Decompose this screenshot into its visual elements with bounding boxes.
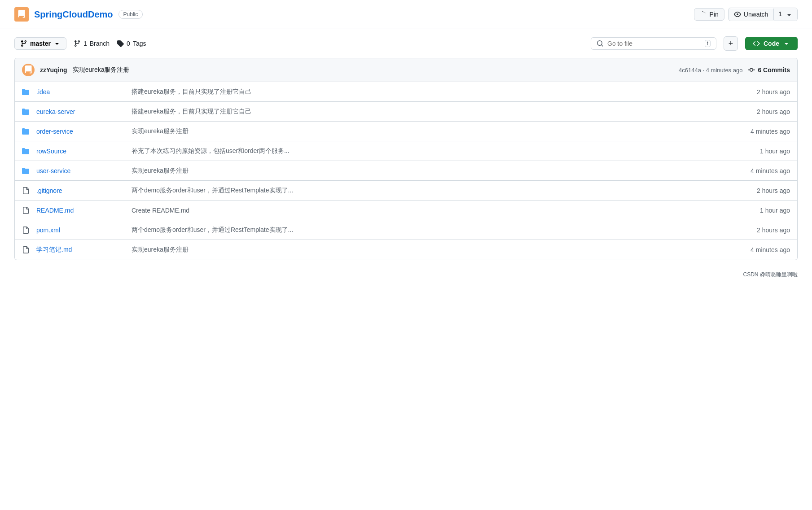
commits-count: 6 Commits	[758, 66, 790, 74]
commit-hash: 4c6144a · 4 minutes ago	[679, 67, 742, 74]
header: SpringCloudDemo Public Pin Unwatch 1	[0, 0, 812, 29]
file-rows: .idea 搭建eureka服务，目前只实现了注册它自己 2 hours ago…	[15, 82, 797, 260]
table-row: .idea 搭建eureka服务，目前只实现了注册它自己 2 hours ago	[15, 82, 797, 102]
add-icon: +	[729, 39, 733, 48]
commit-avatar	[22, 64, 35, 76]
search-shortcut: t	[705, 40, 711, 47]
file-icon	[22, 246, 31, 253]
search-box[interactable]: t	[591, 37, 716, 50]
folder-icon	[22, 88, 31, 96]
file-table: zzYuqing 实现eureka服务注册 4c6144a · 4 minute…	[14, 58, 798, 260]
folder-icon	[22, 128, 31, 135]
unwatch-label: Unwatch	[744, 11, 768, 18]
branch-count: 1	[83, 40, 87, 47]
branch-info[interactable]: 1 Branch	[74, 40, 110, 47]
commit-username[interactable]: zzYuqing	[40, 66, 67, 74]
pin-label: Pin	[710, 11, 719, 18]
file-name[interactable]: 学习笔记.md	[36, 246, 126, 254]
red-arrow	[794, 58, 798, 75]
file-commit-msg: 搭建eureka服务，目前只实现了注册它自己	[132, 108, 731, 116]
table-row: 学习笔记.md 实现eureka服务注册 4 minutes ago	[15, 240, 797, 260]
file-commit-msg: 实现eureka服务注册	[132, 127, 731, 135]
file-time: 4 minutes ago	[736, 246, 790, 253]
file-time: 1 hour ago	[736, 207, 790, 214]
file-name[interactable]: rowSource	[36, 148, 126, 155]
file-name[interactable]: eureka-server	[36, 108, 126, 115]
folder-icon	[22, 148, 31, 155]
table-row: README.md Create README.md 1 hour ago	[15, 201, 797, 220]
file-time: 2 hours ago	[736, 108, 790, 115]
footer-text: CSDN @晴恶睡里啊啦	[743, 271, 798, 278]
file-name[interactable]: order-service	[36, 128, 126, 135]
add-button[interactable]: +	[724, 36, 738, 51]
file-commit-msg: 搭建eureka服务，目前只实现了注册它自己	[132, 88, 731, 96]
file-time: 2 hours ago	[736, 88, 790, 96]
unwatch-count-value: 1	[778, 10, 782, 17]
commits-link-container: 6 Commits	[748, 66, 790, 74]
header-left: SpringCloudDemo Public	[14, 7, 143, 22]
file-commit-msg: 两个demo服务order和user，并通过RestTemplate实现了...	[132, 226, 731, 234]
repo-icon	[14, 7, 29, 22]
public-badge: Public	[119, 10, 143, 19]
file-time: 2 hours ago	[736, 227, 790, 234]
file-time: 2 hours ago	[736, 187, 790, 194]
file-icon	[22, 187, 31, 194]
unwatch-count[interactable]: 1	[774, 8, 797, 20]
file-time: 1 hour ago	[736, 148, 790, 155]
folder-icon	[22, 167, 31, 174]
branch-select[interactable]: master	[14, 37, 66, 50]
table-row: pom.xml 两个demo服务order和user，并通过RestTempla…	[15, 220, 797, 240]
tags-info[interactable]: 0 Tags	[117, 40, 146, 47]
commits-link[interactable]: 6 Commits	[748, 66, 790, 74]
toolbar: master 1 Branch 0 Tags t + Code	[0, 29, 812, 58]
table-row: rowSource 补充了本次练习的原始资源，包括user和order两个服务.…	[15, 141, 797, 161]
commits-icon	[748, 66, 755, 74]
commit-message: 实现eureka服务注册	[73, 66, 673, 74]
file-name[interactable]: .idea	[36, 88, 126, 96]
file-time: 4 minutes ago	[736, 167, 790, 174]
file-name[interactable]: pom.xml	[36, 227, 126, 234]
file-name[interactable]: .gitignore	[36, 187, 126, 194]
footer: CSDN @晴恶睡里啊啦	[0, 267, 812, 282]
search-input[interactable]	[607, 40, 701, 47]
file-name[interactable]: README.md	[36, 207, 126, 214]
table-row: order-service 实现eureka服务注册 4 minutes ago	[15, 122, 797, 141]
file-icon	[22, 207, 31, 214]
table-row: user-service 实现eureka服务注册 4 minutes ago	[15, 161, 797, 181]
table-row: .gitignore 两个demo服务order和user，并通过RestTem…	[15, 181, 797, 201]
file-commit-msg: 两个demo服务order和user，并通过RestTemplate实现了...	[132, 187, 731, 195]
file-commit-msg: 实现eureka服务注册	[132, 167, 731, 175]
file-commit-msg: 实现eureka服务注册	[132, 246, 731, 254]
table-row: eureka-server 搭建eureka服务，目前只实现了注册它自己 2 h…	[15, 102, 797, 122]
code-button[interactable]: Code	[745, 37, 798, 50]
folder-icon	[22, 108, 31, 115]
branch-label: Branch	[90, 40, 110, 47]
file-time: 4 minutes ago	[736, 128, 790, 135]
commit-info-row: zzYuqing 实现eureka服务注册 4c6144a · 4 minute…	[15, 58, 797, 82]
unwatch-left[interactable]: Unwatch	[729, 9, 774, 20]
tag-label: Tags	[133, 40, 146, 47]
code-label: Code	[764, 40, 779, 47]
file-commit-msg: 补充了本次练习的原始资源，包括user和order两个服务...	[132, 147, 731, 155]
file-icon	[22, 227, 31, 234]
file-commit-msg: Create README.md	[132, 207, 731, 214]
unwatch-button[interactable]: Unwatch 1	[728, 8, 798, 21]
file-name[interactable]: user-service	[36, 167, 126, 174]
repo-title[interactable]: SpringCloudDemo	[34, 9, 113, 20]
branch-name: master	[30, 40, 51, 47]
header-right: Pin Unwatch 1	[694, 8, 798, 21]
tag-count: 0	[127, 40, 130, 47]
pin-button[interactable]: Pin	[694, 8, 724, 21]
